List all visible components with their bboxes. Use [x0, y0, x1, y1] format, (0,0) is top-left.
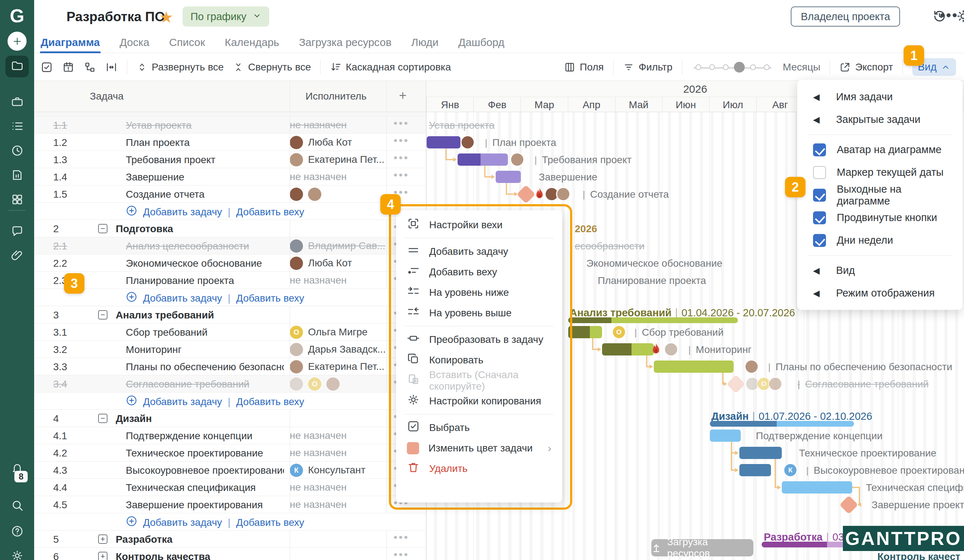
task-bar[interactable]	[739, 464, 771, 476]
add-milestone-link[interactable]: Добавить веху	[236, 396, 304, 408]
table-row[interactable]: 4−Дизайн•••	[34, 410, 426, 427]
sidebar-item-search[interactable]	[5, 495, 29, 517]
resource-load-button[interactable]: Загрузка ресурсов	[651, 539, 753, 557]
sidebar-item-list[interactable]	[5, 116, 29, 138]
checkbox[interactable]	[813, 166, 826, 179]
column-width-button[interactable]	[105, 61, 117, 73]
assignee-cell[interactable]: не назначен	[290, 496, 347, 513]
zoom-stop-4[interactable]	[750, 64, 756, 70]
group-summary-bar[interactable]	[710, 421, 854, 427]
table-row[interactable]: 4.1Подтверждение концепциине назначен•••	[34, 427, 426, 444]
sidebar-item-grid[interactable]	[5, 189, 29, 211]
task-name[interactable]: Техническое проектирование	[126, 448, 263, 459]
expand-toggle[interactable]: +	[98, 552, 107, 560]
view-menu-item-дни-недели[interactable]: Дни недели	[797, 229, 962, 252]
assignee-cell[interactable]: не назначен	[290, 272, 347, 289]
task-name[interactable]: Анализ требований	[116, 309, 214, 321]
assignee-cell[interactable]: Дарья Завадск...	[290, 341, 386, 358]
add-task-link[interactable]: Добавить задачу	[143, 517, 222, 528]
sidebar-item-chat[interactable]	[5, 221, 29, 243]
task-bar[interactable]	[496, 171, 521, 183]
tab-люди[interactable]: Люди	[411, 36, 438, 50]
row-actions-icon[interactable]: •••	[394, 549, 409, 560]
assignee-cell[interactable]: не назначен	[290, 444, 347, 462]
assignee-cell[interactable]: ООльга Мигре	[290, 324, 368, 341]
tab-дашборд[interactable]: Дашборд	[458, 36, 504, 50]
task-name[interactable]: Анализ целесообразности	[126, 241, 249, 252]
table-row[interactable]: 3.2МониторингДарья Завадск...•••	[34, 341, 426, 358]
tab-доска[interactable]: Доска	[120, 36, 150, 50]
expand-toggle[interactable]: −	[98, 414, 107, 423]
checkbox[interactable]	[813, 189, 826, 202]
task-name[interactable]: Планирование проекта	[126, 275, 234, 287]
table-row[interactable]: 3.4Согласование требованийО•••	[34, 375, 426, 392]
task-name[interactable]: Подтверждение концепции	[126, 430, 252, 442]
task-name[interactable]: План проекта	[126, 137, 190, 148]
menu-item-копировать[interactable]: Копировать	[396, 350, 562, 370]
table-row[interactable]: 3.3Планы по обеспечению безопасно...Екат…	[34, 358, 426, 375]
create-button[interactable]	[8, 32, 27, 50]
assignee-cell[interactable]: О	[290, 375, 340, 392]
sidebar-item-gear[interactable]	[5, 545, 29, 560]
zoom-stop-3[interactable]	[734, 62, 745, 73]
task-name[interactable]: Устав проекта	[126, 120, 192, 131]
task-name[interactable]: Подготовка	[116, 223, 173, 235]
menu-item-на-уровень-выше[interactable]: На уровень выше	[396, 303, 562, 323]
zoom-stop-0[interactable]	[695, 64, 701, 70]
row-actions-icon[interactable]: •••	[394, 117, 409, 129]
view-menu-item-маркер-текущей-даты[interactable]: Маркер текущей даты	[797, 161, 962, 184]
task-bar[interactable]	[654, 360, 734, 373]
add-task-link[interactable]: Добавить задачу	[143, 293, 222, 304]
menu-item-выбрать[interactable]: Выбрать	[396, 417, 562, 438]
project-status-dropdown[interactable]: По графику	[182, 7, 269, 27]
export-button[interactable]: Экспорт	[839, 62, 893, 73]
table-row[interactable]: 1.2План проектаЛюба Кот•••	[34, 134, 426, 151]
milestone-diamond[interactable]	[516, 185, 535, 203]
table-row[interactable]: 1.4Завершениене назначен•••	[34, 168, 426, 186]
table-row[interactable]: 1.1Устав проектане назначен•••	[34, 116, 426, 134]
table-row[interactable]: 4.4Техническая спецификацияне назначен••…	[34, 479, 426, 496]
table-row[interactable]: 3.1Сбор требованийООльга Мигре•••	[34, 324, 426, 341]
assignee-cell[interactable]: Екатерина Пет...	[290, 358, 384, 375]
table-row[interactable]: 1.5Создание отчета•••	[34, 186, 426, 203]
sidebar-item-report[interactable]	[5, 165, 29, 187]
assignee-cell[interactable]: Владимир Сав...	[290, 237, 385, 254]
sidebar-item-help[interactable]	[5, 521, 29, 543]
view-menu-item-имя-задачи[interactable]: ◀Имя задачи	[797, 86, 962, 108]
table-row[interactable]: 1.3Требования проектЕкатерина Пет...•••	[34, 151, 426, 168]
row-actions-icon[interactable]: •••	[394, 169, 409, 181]
add-row[interactable]: Добавить задачу|Добавить веху	[34, 289, 426, 306]
menu-item-настройки-копирования[interactable]: Настройки копирования	[396, 391, 562, 411]
assignee-cell[interactable]: Люба Кот	[290, 134, 352, 151]
add-row[interactable]: Добавить задачу|Добавить веху	[34, 203, 426, 220]
more-options-icon[interactable]: •••	[940, 7, 958, 23]
checkbox[interactable]	[813, 143, 826, 156]
task-name[interactable]: Завершение проектирования	[126, 499, 263, 511]
task-name[interactable]: Мониторинг	[126, 344, 181, 355]
expand-toggle[interactable]: −	[98, 310, 107, 319]
task-name[interactable]: Высокоуровневое проектирование	[126, 465, 284, 476]
menu-item-изменить-цвет-задачи[interactable]: Изменить цвет задачи›	[396, 438, 562, 458]
add-milestone-link[interactable]: Добавить веху	[236, 293, 304, 304]
assignee-cell[interactable]: не назначен	[290, 479, 347, 496]
table-row[interactable]: 4.5Завершение проектированияне назначен•…	[34, 496, 426, 513]
row-actions-icon[interactable]: •••	[394, 531, 409, 544]
menu-item-настройки-вехи[interactable]: Настройки вехи	[396, 215, 562, 235]
table-row[interactable]: 5+Разработка•••	[34, 531, 426, 548]
task-name[interactable]: Экономическое обоснование	[126, 258, 262, 269]
filter-button[interactable]: Фильтр	[623, 62, 673, 73]
sidebar-item-briefcase[interactable]	[5, 92, 29, 113]
add-milestone-link[interactable]: Добавить веху	[236, 206, 304, 218]
menu-item-преобразовать-в-задачу[interactable]: Преобразовать в задачу	[396, 329, 562, 350]
add-column-button[interactable]: +	[399, 88, 407, 103]
task-name[interactable]: Завершение	[126, 171, 184, 183]
menu-item-добавить-задачу[interactable]: Добавить задачу	[396, 241, 562, 262]
assignee-cell[interactable]	[290, 186, 321, 203]
task-bar[interactable]	[602, 343, 654, 355]
select-tasks-button[interactable]	[41, 61, 53, 73]
view-menu-item-продвинутые-кнопки[interactable]: Продвинутые кнопки	[797, 206, 962, 229]
assignee-cell[interactable]: не назначен	[290, 427, 347, 444]
task-name[interactable]: Создание отчета	[126, 189, 205, 200]
task-bar[interactable]	[458, 153, 508, 166]
favorite-star-icon[interactable]: ★	[159, 8, 173, 26]
